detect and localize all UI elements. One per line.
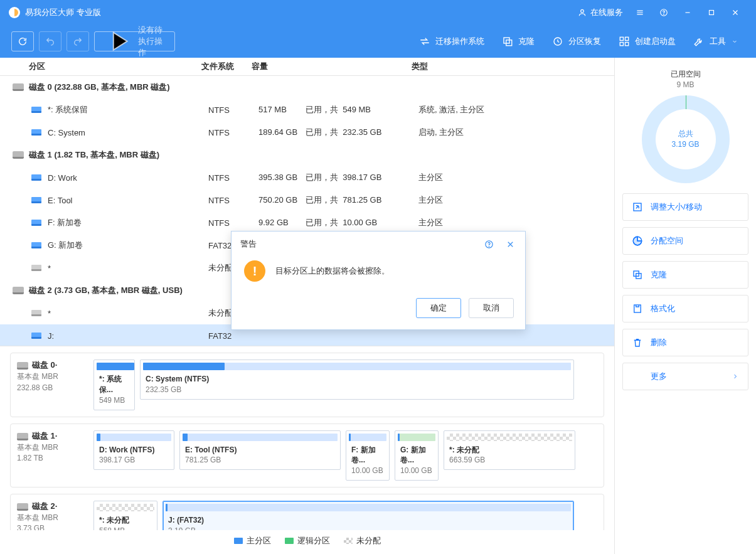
dialog-message: 目标分区上的数据将会被擦除。 — [275, 265, 390, 277]
dialog-close-button[interactable] — [504, 240, 516, 249]
close-button[interactable] — [723, 0, 747, 25]
undo-icon — [45, 36, 55, 46]
help-icon — [484, 240, 494, 249]
dialog-header: 警告 — [232, 232, 525, 257]
seg-label: G: 新加卷... — [400, 445, 433, 466]
map-segment[interactable]: *: 系统保...549 MB — [93, 360, 135, 410]
redo-button[interactable] — [67, 31, 89, 51]
seg-label: *: 未分配 — [449, 445, 570, 455]
warning-icon: ! — [244, 260, 265, 282]
partition-type: 主分区 — [418, 172, 614, 183]
donut-icon: 总共3.19 GB — [642, 95, 730, 183]
map-segment[interactable]: E: Tool (NTFS)781.25 GB — [179, 430, 341, 471]
disk-icon — [13, 287, 24, 294]
seg-label: F: 新加卷... — [351, 445, 384, 466]
seg-label: C: System (NTFS) — [146, 374, 568, 385]
partition-fs: FAT32 — [208, 331, 258, 341]
undo-button[interactable] — [39, 31, 61, 51]
tools-button[interactable]: 工具 — [687, 31, 745, 51]
delete-button[interactable]: 删除 — [622, 329, 748, 356]
disk-icon — [13, 151, 24, 159]
disk-map-row: 磁盘 1·基本盘 MBR1.82 TBD: Work (NTFS)398.17 … — [10, 423, 604, 487]
seg-label: D: Work (NTFS) — [99, 445, 169, 455]
col-fs: 文件系统 — [201, 61, 252, 72]
seg-size: 10.00 GB — [351, 466, 384, 476]
dialog-help-button[interactable] — [482, 240, 495, 249]
bootdisk-icon — [619, 36, 630, 47]
clone-icon — [502, 36, 513, 47]
partition-fs: NTFS — [208, 128, 258, 137]
partition-type: 主分区 — [418, 217, 614, 228]
pending-label: 没有待执行操作 — [138, 24, 166, 58]
map-segment[interactable]: F: 新加卷...10.00 GB — [346, 430, 390, 481]
disk-row[interactable]: 磁盘 0 (232.88 GB, 基本盘, MBR 磁盘) — [0, 76, 614, 99]
disk-row[interactable]: 磁盘 1 (1.82 TB, 基本盘, MBR 磁盘) — [0, 144, 614, 166]
partition-capacity: 750.20 GB已用，共 781.25 GB — [258, 194, 418, 206]
help-icon — [659, 8, 668, 17]
disk-name: 磁盘 2 (3.73 GB, 基本盘, MBR 磁盘, USB) — [29, 285, 183, 296]
format-button[interactable]: 格式化 — [622, 295, 748, 322]
copy-icon — [632, 269, 643, 280]
volume-icon — [31, 129, 41, 136]
svg-rect-7 — [620, 37, 623, 40]
clone-button[interactable]: 克隆 — [496, 31, 541, 51]
seg-size: 663.59 GB — [449, 455, 570, 466]
map-info: 磁盘 2·基本盘 MBR3.73 GB — [17, 501, 86, 530]
partition-row[interactable]: C: SystemNTFS189.64 GB已用，共 232.35 GB启动, … — [0, 121, 614, 144]
create-bootdisk-button[interactable]: 创建启动盘 — [612, 31, 682, 51]
seg-label: E: Tool (NTFS) — [185, 445, 335, 455]
partition-recovery-button[interactable]: 分区恢复 — [546, 31, 607, 51]
map-segment[interactable]: *: 未分配558 MB — [93, 501, 157, 530]
map-segment[interactable]: G: 新加卷...10.00 GB — [395, 430, 439, 481]
play-icon — [104, 26, 133, 56]
seg-size: 10.00 GB — [400, 466, 433, 476]
partition-name: J: — [48, 331, 208, 341]
seg-size: 398.17 GB — [99, 455, 169, 466]
total-label: 总共 — [678, 129, 693, 139]
pie-icon — [632, 235, 643, 247]
legend-logical: 逻辑分区 — [285, 535, 330, 546]
partition-type: 主分区 — [418, 194, 614, 206]
resize-button[interactable]: 调整大小/移动 — [622, 193, 748, 221]
map-segment[interactable]: *: 未分配663.59 GB — [444, 430, 575, 471]
disk-map-row: 磁盘 0·基本盘 MBR232.88 GB*: 系统保...549 MBC: S… — [10, 353, 604, 417]
more-button[interactable]: 更多 — [622, 363, 748, 390]
dialog-ok-button[interactable]: 确定 — [416, 298, 461, 318]
minimize-button[interactable] — [676, 0, 700, 25]
partition-row[interactable]: D: WorkNTFS395.38 GB已用，共 398.17 GB主分区 — [0, 166, 614, 189]
volume-icon — [31, 310, 41, 316]
online-service-button[interactable]: 在线服务 — [578, 7, 623, 18]
migrate-icon — [419, 36, 430, 47]
partition-name: C: System — [48, 128, 208, 137]
volume-icon — [31, 197, 41, 203]
map-segment[interactable]: C: System (NTFS)232.35 GB — [140, 360, 574, 400]
refresh-button[interactable] — [11, 31, 34, 51]
partition-type: 启动, 主分区 — [418, 127, 614, 138]
used-label: 已用空间 — [671, 70, 701, 78]
disk-map-row: 磁盘 2·基本盘 MBR3.73 GB*: 未分配558 MBJ: (FAT32… — [10, 494, 604, 530]
migrate-os-button[interactable]: 迁移操作系统 — [413, 31, 491, 51]
partition-row[interactable]: E: ToolNTFS750.20 GB已用，共 781.25 GB主分区 — [0, 189, 614, 211]
map-segment[interactable]: D: Work (NTFS)398.17 GB — [93, 430, 174, 471]
chevron-right-icon — [732, 371, 739, 382]
maximize-button[interactable] — [700, 0, 723, 25]
format-icon — [632, 303, 643, 314]
table-header: 分区 文件系统 容量 类型 — [0, 58, 614, 76]
tools-label: 工具 — [710, 36, 726, 47]
maximize-icon — [707, 8, 716, 17]
dialog-cancel-button[interactable]: 取消 — [469, 298, 514, 318]
partition-name: * — [48, 264, 208, 273]
menu-button[interactable] — [628, 0, 652, 25]
partition-name: *: 系统保留 — [48, 104, 208, 115]
col-capacity: 容量 — [252, 61, 412, 72]
seg-label: *: 未分配 — [99, 515, 152, 526]
map-bars: *: 未分配558 MBJ: (FAT32)3.19 GB — [93, 501, 597, 530]
allocate-button[interactable]: 分配空间 — [622, 227, 748, 255]
map-segment[interactable]: J: (FAT32)3.19 GB — [162, 501, 574, 530]
disk-icon — [13, 83, 24, 91]
help-button[interactable] — [652, 0, 676, 25]
partition-row[interactable]: *: 系统保留NTFS517 MB已用，共 549 MB系统, 激活, 主分区 — [0, 99, 614, 121]
disk-maps: 磁盘 0·基本盘 MBR232.88 GB*: 系统保...549 MBC: S… — [0, 346, 614, 530]
clone-partition-button[interactable]: 克隆 — [622, 261, 748, 289]
volume-icon — [31, 333, 41, 339]
